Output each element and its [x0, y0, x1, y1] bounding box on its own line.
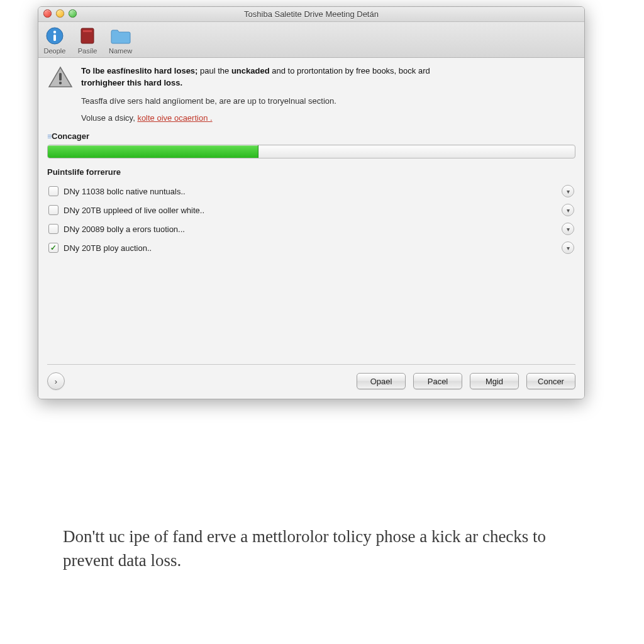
chevron-right-icon: ›: [55, 377, 57, 386]
dialog-window: Toshiba Saletite Drive Meeting Detán Deo…: [38, 6, 585, 399]
list-item[interactable]: ✓ DNy 20TB ploy auction.. ▾: [47, 238, 575, 257]
dialog-footer: › Opael Pacel Mgid Concer: [47, 364, 575, 390]
progress-section-label: ≡ Concager: [47, 131, 575, 141]
chevron-down-icon[interactable]: ▾: [562, 242, 574, 254]
mgid-button[interactable]: Mgid: [470, 373, 519, 389]
next-button[interactable]: ›: [47, 372, 65, 390]
warn-mid2: and to prortontation by free books, bock…: [270, 66, 430, 75]
folder-icon: [109, 26, 132, 46]
toolbar: Deople Pasíle Namew: [38, 22, 584, 58]
opad-button[interactable]: Opael: [357, 373, 406, 389]
toolbar-label: Pasíle: [78, 47, 97, 55]
toolbar-item-deople[interactable]: Deople: [43, 26, 66, 55]
warn-mid: paul the: [197, 66, 231, 75]
toolbar-label: Namew: [109, 47, 132, 55]
checkbox[interactable]: [48, 186, 58, 196]
toolbar-label: Deople: [44, 47, 66, 55]
book-icon: [76, 26, 99, 46]
chevron-down-icon[interactable]: ▾: [562, 223, 574, 235]
warn-bold-prefix: To lbe easfíneslito hard loses;: [81, 66, 197, 75]
content-area: To lbe easfíneslito hard loses; paul the…: [38, 58, 584, 399]
warning-link[interactable]: kolte oive ocaertion .: [137, 113, 212, 123]
grip-icon: ≡: [47, 132, 50, 141]
traffic-lights: [43, 9, 77, 18]
link-plain: Voluse a dsicy,: [81, 113, 137, 123]
close-icon[interactable]: [43, 9, 52, 18]
option-label: DNy 20TB uppleed of live ooller white..: [64, 206, 562, 215]
checkbox[interactable]: [48, 224, 58, 234]
page-caption: Don'tt uc ipe of fand erve a mettlorolor…: [63, 525, 581, 573]
checkbox-checked[interactable]: ✓: [48, 243, 58, 253]
progress-label: Concager: [52, 131, 89, 141]
option-label: DNy 11038 bollc native nuntuals..: [64, 187, 562, 196]
toolbar-item-pasile[interactable]: Pasíle: [76, 26, 99, 55]
svg-rect-2: [53, 35, 56, 41]
options-header: Puintslife forrerure: [47, 167, 575, 177]
zoom-icon[interactable]: [69, 9, 77, 18]
window-title: Toshiba Saletite Drive Meeting Detán: [244, 9, 379, 19]
svg-rect-4: [83, 30, 92, 32]
list-item[interactable]: DNy 20TB uppleed of live ooller white.. …: [47, 201, 575, 219]
chevron-down-icon[interactable]: ▾: [562, 204, 574, 216]
progress-bar: [47, 145, 575, 158]
list-item[interactable]: DNy 20089 bolly a erors tuotion... ▾: [47, 219, 575, 238]
warn-line2: trorhigheer this hard loss.: [81, 78, 182, 87]
minimize-icon[interactable]: [56, 9, 64, 18]
info-icon: [43, 26, 66, 46]
option-list: DNy 11038 bollc native nuntuals.. ▾ DNy …: [47, 182, 575, 257]
warning-sub: Teasffa díve sers hald angíioment be, ar…: [81, 96, 575, 108]
toolbar-item-namew[interactable]: Namew: [109, 26, 132, 55]
warn-bold1: unckaded: [231, 66, 270, 75]
concer-button[interactable]: Concer: [526, 373, 575, 389]
pacel-button[interactable]: Pacel: [413, 373, 462, 389]
list-item[interactable]: DNy 11038 bollc native nuntuals.. ▾: [47, 182, 575, 201]
svg-rect-5: [59, 73, 62, 80]
svg-point-1: [53, 31, 56, 33]
progress-fill: [48, 145, 258, 158]
titlebar: Toshiba Saletite Drive Meeting Detán: [38, 7, 584, 22]
option-label: DNy 20089 bolly a erors tuotion...: [64, 225, 562, 234]
checkbox[interactable]: [48, 205, 58, 215]
warning-text: To lbe easfíneslito hard loses; paul the…: [81, 65, 575, 124]
svg-point-6: [59, 82, 62, 84]
option-label: DNy 20TB ploy auction..: [64, 243, 562, 253]
warning-icon: [47, 65, 74, 89]
chevron-down-icon[interactable]: ▾: [562, 185, 574, 197]
